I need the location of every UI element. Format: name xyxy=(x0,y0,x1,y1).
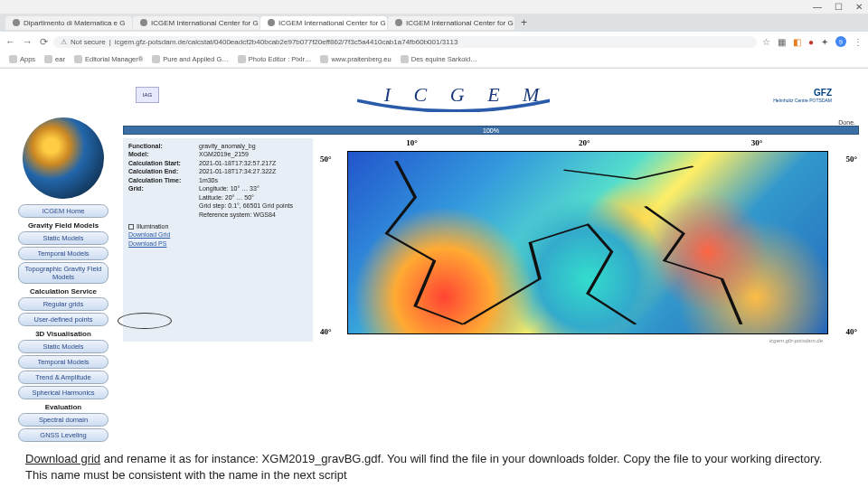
bookmark-item[interactable]: Pure and Applied G… xyxy=(152,55,229,63)
browser-tab[interactable]: Dipartimento di Matematica e G✕ xyxy=(5,16,132,30)
apps-button[interactable]: Apps xyxy=(9,55,35,63)
browser-tab[interactable]: ICGEM International Center for G✕ xyxy=(388,16,514,30)
extension-icon[interactable]: ◧ xyxy=(793,37,801,47)
nav-regular-grids[interactable]: Regular grids xyxy=(18,297,108,311)
tab-label: ICGEM International Center for G xyxy=(151,19,259,27)
nav-static-models[interactable]: Static Models xyxy=(18,231,108,245)
annotation-circle xyxy=(118,313,172,329)
label-functional: Functional: xyxy=(128,142,199,150)
notification-badge[interactable]: 9 xyxy=(835,36,846,47)
value-model: XGM2019e_2159 xyxy=(199,150,307,158)
nav-spherical-harmonics[interactable]: Spherical Harmonics xyxy=(18,386,108,399)
coord-right-50: 50° xyxy=(845,155,857,164)
bookmarks-bar: Apps ear Editorial Manager® Pure and App… xyxy=(0,52,868,68)
favicon-icon xyxy=(13,19,20,26)
bookmark-item[interactable]: ear xyxy=(44,55,65,63)
banner: IAG I C G E M GFZ Helmholtz Centre POTSD… xyxy=(0,69,868,117)
bookmark-label: Pure and Applied G… xyxy=(163,55,229,63)
nav-arrows: ← → ⟳ xyxy=(5,36,48,48)
tab-label: Dipartimento di Matematica e G xyxy=(24,19,126,27)
reload-button[interactable]: ⟳ xyxy=(40,36,48,48)
illumination-checkbox[interactable]: Illumination xyxy=(128,222,307,230)
label-end: Calculation End: xyxy=(128,167,199,175)
checkbox-icon xyxy=(128,224,134,230)
grid-icon[interactable]: ▦ xyxy=(778,37,786,47)
browser-tab[interactable]: ICGEM International Center for G✕ xyxy=(260,16,387,30)
progress-done-label: Done. xyxy=(123,119,859,126)
content: Done. 100% Functional:gravity_anomaly_bg… xyxy=(123,117,859,444)
bookmark-item[interactable]: Editorial Manager® xyxy=(74,55,143,63)
extension-icon[interactable]: ✦ xyxy=(821,37,828,47)
label-time: Calculation Time: xyxy=(128,176,199,184)
apps-icon xyxy=(9,55,17,63)
url-bar[interactable]: ⚠ Not secure | icgem.gfz-potsdam.de/calc… xyxy=(53,36,757,48)
value-grid-lat: Latitude: 20° … 50° xyxy=(128,193,307,202)
favicon-icon xyxy=(268,19,275,26)
nav-topographic-models[interactable]: Topographic Gravity Field Models xyxy=(18,262,108,284)
gfz-logo: GFZ Helmholtz Centre POTSDAM xyxy=(773,88,832,103)
nav-heading-eval: Evaluation xyxy=(9,403,118,411)
coastline-icon xyxy=(348,152,827,333)
minimize-button[interactable]: — xyxy=(813,2,822,12)
download-ps-link[interactable]: Download PS xyxy=(128,240,166,247)
label-grid: Grid: xyxy=(128,184,199,192)
main-area: ICGEM Home Gravity Field Models Static M… xyxy=(0,117,868,444)
bookmark-label: ear xyxy=(55,55,65,63)
bookmark-label: Apps xyxy=(20,55,35,63)
globe-icon xyxy=(23,117,104,199)
nav-heading-calc: Calculation Service xyxy=(9,287,118,296)
page-content: IAG I C G E M GFZ Helmholtz Centre POTSD… xyxy=(0,69,868,444)
star-icon[interactable]: ☆ xyxy=(762,37,770,47)
bookmark-label: Editorial Manager® xyxy=(85,55,143,63)
map: 10° 20° 30° 50° 50° 40° 40° icgem.gfz-po… xyxy=(320,138,859,342)
bookmark-icon xyxy=(74,55,82,63)
browser-tab[interactable]: ICGEM International Center for G✕ xyxy=(133,16,259,30)
label-start: Calculation Start: xyxy=(128,159,199,167)
progress-bar: 100% xyxy=(123,126,859,135)
bookmark-item[interactable]: Photo Editor : Pixlr… xyxy=(238,55,312,63)
nav-spectral-domain[interactable]: Spectral domain xyxy=(18,413,108,427)
bookmark-icon xyxy=(238,55,246,63)
info-map-row: Functional:gravity_anomaly_bg Model:XGM2… xyxy=(123,138,859,342)
caption-rest1: and rename it as for instance: XGM2019_g… xyxy=(100,452,822,465)
nav-gnss-leveling[interactable]: GNSS Leveling xyxy=(18,428,108,442)
sidebar: ICGEM Home Gravity Field Models Static M… xyxy=(9,117,118,444)
progress: Done. 100% xyxy=(123,119,859,135)
menu-icon[interactable]: ⋮ xyxy=(854,37,863,47)
bookmark-label: Photo Editor : Pixlr… xyxy=(249,55,312,63)
back-button[interactable]: ← xyxy=(5,36,15,48)
bookmark-icon xyxy=(401,55,409,63)
new-tab-button[interactable]: + xyxy=(515,16,533,29)
nav-heading-3d: 3D Visualisation xyxy=(9,330,118,338)
bookmark-icon xyxy=(320,55,328,63)
nav-temporal-models[interactable]: Temporal Models xyxy=(18,247,108,260)
gfz-text: GFZ xyxy=(773,88,832,98)
slide-caption: Download grid and rename it as for insta… xyxy=(0,444,868,488)
nav-3d-temporal[interactable]: Temporal Models xyxy=(18,355,108,369)
value-grid-step: Grid step: 0.1°, 66501 Grid points xyxy=(128,202,307,210)
gravity-map-image xyxy=(347,151,828,334)
nav-3d-static[interactable]: Static Models xyxy=(18,340,108,353)
tab-label: ICGEM International Center for G xyxy=(278,19,386,27)
extension-icon[interactable]: ● xyxy=(808,37,814,47)
nav-user-points[interactable]: User-defined points xyxy=(18,313,108,326)
browser-chrome: — ☐ ✕ Dipartimento di Matematica e G✕ IC… xyxy=(0,0,868,69)
nav-home[interactable]: ICGEM Home xyxy=(18,204,108,218)
arc-icon xyxy=(357,98,550,112)
close-window-button[interactable]: ✕ xyxy=(855,2,863,12)
maximize-button[interactable]: ☐ xyxy=(835,2,843,12)
nav-trend-amplitude[interactable]: Trend & Amplitude xyxy=(18,371,108,384)
value-end: 2021-01-18T17:34:27.322Z xyxy=(199,167,307,175)
value-grid-ref: Reference system: WGS84 xyxy=(128,211,307,219)
coord-left-50: 50° xyxy=(320,155,332,164)
gfz-subtitle: Helmholtz Centre POTSDAM xyxy=(773,98,832,103)
bookmark-item[interactable]: Des equine Sarkoid… xyxy=(401,55,477,63)
calculation-info: Functional:gravity_anomaly_bg Model:XGM2… xyxy=(123,138,313,342)
bookmark-item[interactable]: www.praitenberg.eu xyxy=(320,55,391,63)
caption-lead: Download grid xyxy=(25,452,100,465)
download-links: Illumination Download Grid Download PS xyxy=(128,222,307,248)
forward-button[interactable]: → xyxy=(23,36,33,48)
value-time: 1m30s xyxy=(199,176,307,184)
toolbar-icons: ☆ ▦ ◧ ● ✦ 9 ⋮ xyxy=(762,36,863,47)
download-grid-link[interactable]: Download Grid xyxy=(128,231,170,238)
